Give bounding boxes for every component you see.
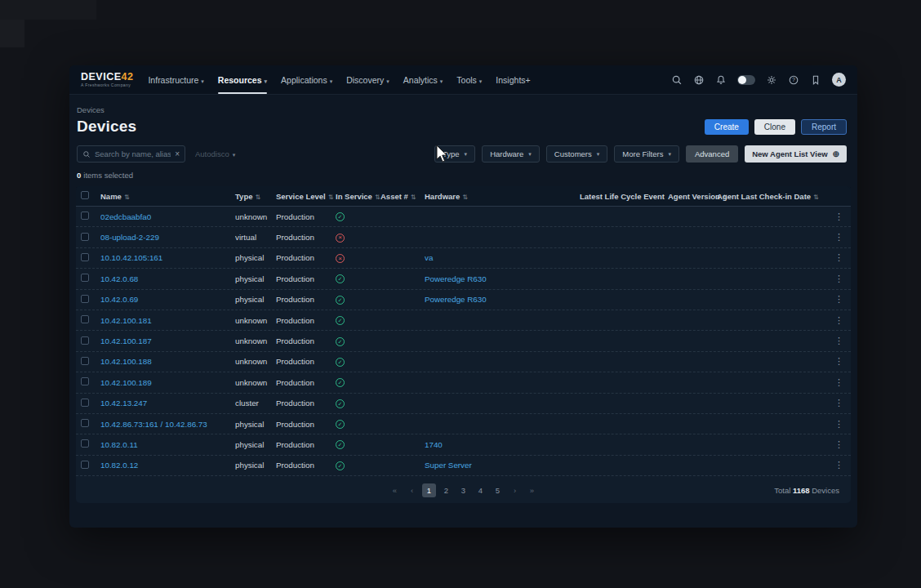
row-checkbox[interactable] (81, 357, 89, 365)
device-name-link[interactable]: 02edcbaabfa0 (100, 212, 235, 221)
page-button[interactable]: 4 (474, 483, 487, 497)
nav-item[interactable]: Discovery (346, 75, 389, 85)
row-checkbox[interactable] (81, 295, 89, 303)
sort-icon[interactable] (124, 192, 130, 201)
hardware-link[interactable]: Super Server (425, 461, 580, 470)
row-actions-button[interactable] (834, 336, 844, 346)
row-actions-button[interactable] (834, 439, 844, 450)
row-checkbox[interactable] (81, 253, 89, 261)
device-name-link[interactable]: 10.42.100.187 (100, 336, 235, 345)
device-name-link[interactable]: 08-upload-2-229 (100, 233, 235, 242)
device-name-link[interactable]: 10.82.0.11 (100, 440, 235, 449)
hardware-link[interactable]: Poweredge R630 (425, 274, 580, 283)
sort-icon[interactable] (255, 192, 260, 201)
device-name-link[interactable]: 10.42.0.69 (100, 295, 235, 304)
advanced-button[interactable]: Advanced (686, 145, 738, 163)
breadcrumb[interactable]: Devices (77, 105, 847, 114)
filter-dropdown[interactable]: Type (434, 145, 475, 163)
row-actions-button[interactable] (834, 419, 844, 430)
brand-logo[interactable]: DEVICE42 A Freshworks Company (81, 72, 133, 88)
create-button[interactable]: Create (705, 119, 749, 135)
page-button[interactable]: 1 (422, 483, 436, 497)
hardware-link[interactable]: 1740 (425, 440, 580, 449)
row-checkbox[interactable] (81, 377, 89, 385)
column-header[interactable]: Service Level (276, 192, 336, 201)
gear-icon[interactable] (766, 74, 777, 86)
row-checkbox[interactable] (81, 461, 89, 469)
row-actions-button[interactable] (834, 315, 844, 326)
column-header[interactable]: Latest Life Cycle Event (580, 192, 668, 201)
row-actions-button[interactable] (834, 294, 844, 305)
page-button[interactable]: 2 (439, 483, 453, 497)
device-name-link[interactable]: 10.42.0.68 (100, 274, 235, 283)
search-input[interactable] (95, 149, 171, 158)
device-name-link[interactable]: 10.42.100.188 (100, 357, 235, 366)
sort-icon[interactable] (328, 192, 334, 201)
globe-icon[interactable] (693, 74, 705, 86)
help-icon[interactable]: ? (788, 74, 799, 86)
nav-item[interactable]: Applications (281, 75, 332, 85)
search-box[interactable]: × (77, 145, 185, 163)
row-checkbox[interactable] (81, 212, 89, 220)
row-checkbox[interactable] (81, 315, 89, 323)
row-checkbox[interactable] (81, 399, 89, 407)
device-name-link[interactable]: 10.10.42.105:161 (100, 253, 235, 262)
column-header[interactable]: Agent Last Check-in Date (717, 192, 834, 201)
row-checkbox[interactable] (81, 336, 89, 345)
nav-item[interactable]: Analytics (403, 75, 443, 85)
column-header[interactable]: Hardware (425, 192, 580, 201)
hardware-link[interactable]: va (425, 253, 580, 262)
sort-icon[interactable] (375, 192, 380, 201)
row-actions-button[interactable] (834, 356, 844, 367)
next-page-button[interactable]: › (508, 483, 522, 497)
autodisco-dropdown[interactable]: Autodisco (195, 149, 235, 158)
user-avatar[interactable]: A (832, 73, 846, 87)
column-header[interactable]: Asset # (380, 192, 425, 201)
sort-icon[interactable] (462, 192, 468, 201)
row-actions-button[interactable] (834, 274, 844, 284)
column-header[interactable]: Name (100, 192, 235, 201)
sort-icon[interactable] (813, 192, 819, 201)
filter-dropdown[interactable]: More Filters (614, 145, 679, 163)
select-all-checkbox[interactable] (81, 191, 89, 199)
device-name-link[interactable]: 10.42.100.181 (100, 316, 235, 325)
hardware-link[interactable]: Poweredge R630 (425, 295, 580, 304)
column-header[interactable]: Agent Version (668, 192, 717, 201)
bell-icon[interactable] (715, 74, 727, 86)
nav-item[interactable]: Infrastructure (148, 75, 203, 85)
clone-button[interactable]: Clone (754, 119, 795, 135)
device-name-link[interactable]: 10.42.100.189 (100, 378, 235, 387)
row-actions-button[interactable] (834, 232, 844, 243)
row-checkbox[interactable] (81, 274, 89, 282)
nav-item[interactable]: Resources (218, 75, 267, 85)
new-agent-list-view-button[interactable]: New Agent List View (745, 145, 847, 163)
bookmark-icon[interactable] (810, 74, 821, 86)
row-checkbox[interactable] (81, 419, 89, 427)
row-actions-button[interactable] (834, 377, 844, 388)
sort-icon[interactable] (411, 192, 416, 201)
page-button[interactable]: 3 (456, 483, 470, 497)
column-header[interactable]: In Service (336, 192, 380, 201)
row-checkbox[interactable] (81, 439, 89, 448)
row-actions-button[interactable] (834, 460, 844, 470)
theme-toggle[interactable] (737, 75, 755, 85)
prev-page-button[interactable]: ‹ (405, 483, 419, 497)
device-name-link[interactable]: 10.42.86.73:161 / 10.42.86.73 (100, 420, 235, 429)
row-checkbox[interactable] (81, 233, 89, 241)
column-header[interactable]: Type (235, 192, 276, 201)
search-icon[interactable] (671, 74, 683, 86)
first-page-button[interactable]: « (388, 483, 402, 497)
clear-search-icon[interactable]: × (175, 150, 180, 158)
filter-dropdown[interactable]: Hardware (482, 145, 540, 163)
page-button[interactable]: 5 (491, 483, 505, 497)
filter-dropdown[interactable]: Customers (546, 145, 607, 163)
row-actions-button[interactable] (834, 398, 844, 408)
last-page-button[interactable]: » (525, 483, 539, 497)
device-name-link[interactable]: 10.82.0.12 (100, 461, 235, 470)
device-name-link[interactable]: 10.42.13.247 (100, 399, 235, 408)
row-actions-button[interactable] (834, 252, 844, 263)
row-actions-button[interactable] (834, 212, 844, 222)
report-button[interactable]: Report (801, 119, 847, 135)
nav-item[interactable]: Tools (456, 75, 482, 85)
nav-item[interactable]: Insights+ (496, 75, 532, 85)
